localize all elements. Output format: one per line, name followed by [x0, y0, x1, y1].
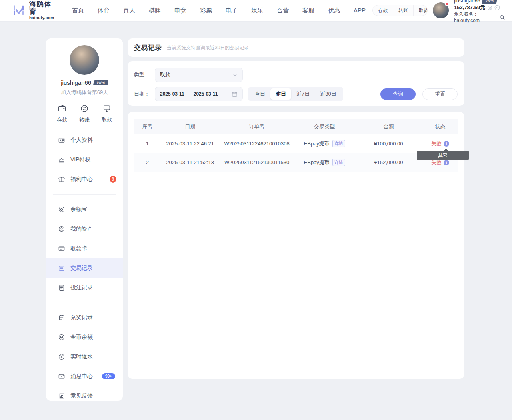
- deposit-icon: [58, 104, 66, 113]
- sidebar: jiushigan66 VIP6 加入海鸥体育第69天 存款转账取款 个人资料V…: [46, 38, 123, 401]
- page-subtitle: 当前系统支持查询最近30日的交易记录: [167, 44, 249, 51]
- nav-item-12[interactable]: APP: [347, 7, 372, 14]
- search-icon[interactable]: [500, 15, 505, 20]
- cell-order-number: W202503112246210010308: [220, 141, 294, 147]
- sidebar-item-bank-card[interactable]: 取款卡: [46, 239, 123, 258]
- sidebar-divider: [53, 303, 116, 303]
- sidebar-item-label: 投注记录: [70, 284, 93, 291]
- avatar[interactable]: [433, 2, 449, 18]
- eye-balance-icon[interactable]: [487, 5, 492, 10]
- cell-date: 2025-03-11 21:52:13: [161, 159, 220, 165]
- message-icon: [58, 373, 65, 380]
- profile-avatar[interactable]: [70, 45, 99, 75]
- quick-action-1[interactable]: 存款: [57, 104, 67, 123]
- transaction-type-text: EBpay提币: [304, 140, 330, 147]
- nav-item-5[interactable]: 电竞: [168, 7, 193, 14]
- date-separator: ~: [188, 91, 190, 97]
- nav-item-4[interactable]: 棋牌: [142, 7, 168, 14]
- sidebar-item-rebate[interactable]: 实时返水: [46, 347, 123, 366]
- sidebar-item-label: 个人资料: [70, 137, 93, 144]
- date-range-input[interactable]: 2025-03-11 ~ 2025-03-11: [155, 87, 243, 101]
- sidebar-item-label: 交易记录: [70, 265, 93, 272]
- nav-item-3[interactable]: 真人: [116, 7, 142, 14]
- column-header-6: 状态: [422, 123, 458, 130]
- quick-action-2[interactable]: 转账: [79, 104, 90, 123]
- quick-date-4[interactable]: 近30日: [315, 88, 341, 100]
- sidebar-item-crown[interactable]: VIP特权: [46, 150, 123, 169]
- column-header-4: 交易类型: [294, 123, 355, 130]
- type-filter-label: 类型：: [134, 71, 155, 78]
- nav-item-11[interactable]: 优惠: [321, 7, 347, 14]
- quick-date-1[interactable]: 今日: [250, 88, 270, 100]
- column-header-2: 日期: [161, 123, 220, 130]
- nav-item-8[interactable]: 娱乐: [244, 7, 270, 14]
- header-quick-action-3[interactable]: 取款: [413, 5, 428, 16]
- bet-record-icon: [58, 284, 65, 291]
- column-header-1: 序号: [134, 123, 161, 130]
- logo-title: 海鸥体育: [29, 1, 55, 16]
- transaction-record-icon: [58, 265, 65, 272]
- feedback-icon: [58, 392, 65, 400]
- sidebar-item-transaction-record[interactable]: 交易记录: [46, 258, 123, 278]
- table-header-row: 序号日期订单号交易类型金额状态: [134, 119, 458, 134]
- cell-order-number: W202503112152130011530: [220, 159, 294, 165]
- transfer-icon: [80, 104, 89, 113]
- detail-link[interactable]: 详情: [332, 159, 345, 166]
- brand-logo[interactable]: 海鸥体育 haiouty.com: [12, 1, 55, 20]
- sidebar-item-label: 取款卡: [70, 245, 87, 252]
- column-header-3: 订单号: [220, 123, 294, 130]
- nav-item-6[interactable]: 彩票: [193, 7, 219, 14]
- permanent-domain: 永久域名：haiouty.com: [454, 11, 498, 24]
- cell-index: 2: [134, 159, 161, 165]
- nav-item-1[interactable]: 首页: [65, 7, 91, 14]
- header-quick-action-2[interactable]: 转账: [393, 5, 413, 16]
- profile-vip-badge: VIP6: [93, 80, 108, 85]
- table-row: 12025-03-11 22:46:21W2025031122462100103…: [134, 134, 458, 153]
- sidebar-item-coin[interactable]: 余额宝: [46, 199, 123, 219]
- badge-dot: 9: [110, 176, 116, 183]
- vip-badge: VIP6: [482, 0, 497, 4]
- sidebar-item-redeem-record[interactable]: 兑奖记录: [46, 308, 123, 327]
- bank-card-icon: [58, 245, 65, 252]
- sidebar-item-bet-record[interactable]: 投注记录: [46, 278, 123, 297]
- username: jiushigan66: [454, 0, 480, 4]
- chevron-down-icon: [232, 72, 238, 78]
- info-icon[interactable]: i: [444, 141, 449, 147]
- info-icon[interactable]: i: [444, 160, 449, 165]
- sidebar-item-message[interactable]: 消息中心99+: [46, 366, 123, 386]
- cell-transaction-type: EBpay提币详情: [294, 140, 355, 147]
- quick-action-3[interactable]: 取款: [102, 104, 112, 123]
- quick-action-label: 存款: [57, 116, 67, 123]
- logo-subtitle: haiouty.com: [29, 16, 55, 20]
- sidebar-item-assets[interactable]: 我的资产: [46, 219, 123, 239]
- sidebar-item-label: 意见反馈: [70, 392, 93, 400]
- sidebar-item-label: 金币余额: [70, 334, 93, 341]
- chevron-down-circle-icon[interactable]: [494, 5, 500, 10]
- reset-button[interactable]: 重置: [422, 88, 458, 100]
- header-quick-action-1[interactable]: 存款: [373, 5, 393, 16]
- date-filter-label: 日期：: [134, 90, 155, 98]
- crown-icon: [58, 156, 65, 163]
- transaction-type-text: EBpay提币: [304, 159, 330, 166]
- quick-action-label: 转账: [79, 116, 90, 123]
- sidebar-item-gold-coin[interactable]: 金币余额: [46, 327, 123, 347]
- status-text: 失败: [431, 140, 442, 147]
- detail-link[interactable]: 详情: [332, 140, 345, 147]
- date-to: 2025-03-11: [194, 91, 218, 97]
- nav-item-7[interactable]: 电子: [219, 7, 244, 14]
- status-tooltip: 其它: [417, 151, 469, 160]
- query-button[interactable]: 查询: [380, 88, 416, 100]
- nav-item-9[interactable]: 合营: [270, 7, 296, 14]
- sidebar-item-id-card[interactable]: 个人资料: [46, 130, 123, 150]
- nav-item-10[interactable]: 客服: [296, 7, 321, 14]
- sidebar-item-gift[interactable]: 福利中心9: [46, 169, 123, 189]
- rebate-icon: [58, 353, 65, 360]
- quick-date-2[interactable]: 昨日: [270, 88, 291, 100]
- quick-date-3[interactable]: 近7日: [291, 88, 315, 100]
- type-select[interactable]: 取款: [155, 68, 243, 82]
- logo-mark-icon: [12, 4, 26, 17]
- nav-item-2[interactable]: 体育: [91, 7, 116, 14]
- top-header: 海鸥体育 haiouty.com 首页体育真人棋牌电竞彩票电子娱乐合营客服优惠A…: [0, 0, 512, 21]
- sidebar-item-label: 我的资产: [70, 225, 93, 233]
- sidebar-item-feedback[interactable]: 意见反馈: [46, 386, 123, 406]
